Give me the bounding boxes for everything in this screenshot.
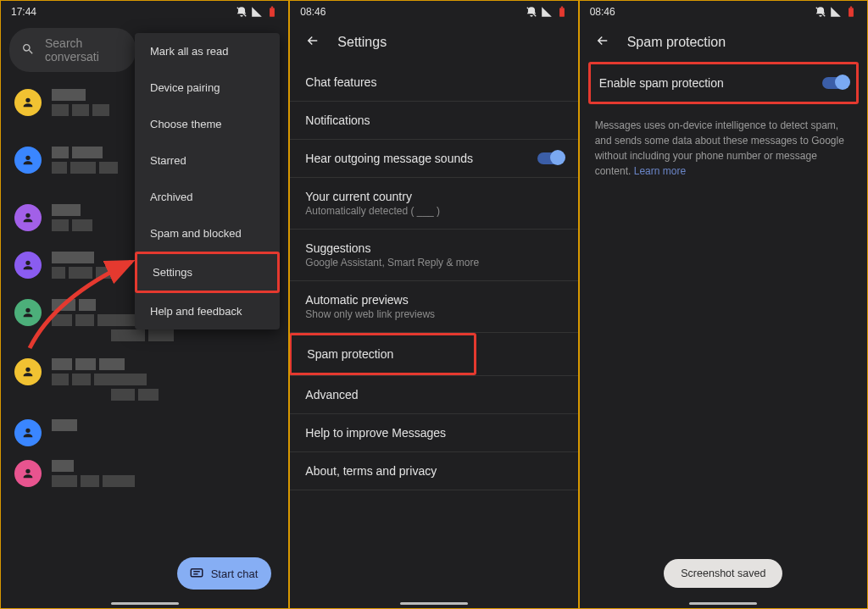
battery-icon	[266, 6, 278, 18]
start-chat-fab[interactable]: Start chat	[177, 557, 272, 590]
phone-panel-2: 08:46 Settings Chat features Notificatio…	[289, 0, 578, 609]
conversation-item[interactable]	[6, 412, 288, 453]
svg-rect-2	[271, 7, 273, 8]
spam-header: Spam protection	[580, 21, 867, 64]
back-icon[interactable]	[595, 33, 610, 52]
menu-settings[interactable]: Settings	[135, 252, 280, 293]
conversation-item[interactable]	[6, 352, 288, 407]
setting-suggestions[interactable]: SuggestionsGoogle Assistant, Smart Reply…	[290, 230, 577, 281]
avatar	[14, 252, 42, 279]
status-bar: 08:46	[580, 1, 867, 21]
svg-rect-1	[270, 8, 275, 16]
signal-icon	[251, 6, 263, 18]
home-indicator	[111, 602, 179, 605]
clock: 08:46	[300, 6, 326, 18]
avatar	[14, 460, 42, 487]
menu-spam-blocked[interactable]: Spam and blocked	[135, 215, 280, 252]
phone-panel-1: 17:44 Search conversati Mark all as read…	[0, 0, 289, 609]
setting-advanced[interactable]: Advanced	[290, 375, 577, 414]
svg-rect-5	[559, 8, 565, 16]
back-icon[interactable]	[305, 33, 320, 52]
svg-rect-9	[850, 7, 852, 8]
menu-help-feedback[interactable]: Help and feedback	[135, 293, 280, 329]
spam-title: Spam protection	[627, 35, 726, 50]
snackbar[interactable]: Screenshot saved	[664, 559, 782, 588]
dnd-icon	[526, 6, 537, 18]
fab-label: Start chat	[211, 567, 259, 580]
menu-starred[interactable]: Starred	[135, 142, 280, 179]
toggle-enable-spam[interactable]	[822, 77, 848, 89]
settings-header: Settings	[290, 21, 577, 64]
svg-rect-8	[849, 8, 854, 16]
dnd-icon	[815, 6, 826, 18]
menu-archived[interactable]: Archived	[135, 179, 280, 215]
menu-choose-theme[interactable]: Choose theme	[135, 106, 280, 142]
clock: 17:44	[11, 6, 36, 18]
svg-rect-6	[560, 7, 562, 8]
overflow-menu: Mark all as read Device pairing Choose t…	[135, 33, 280, 329]
conversation-item[interactable]	[6, 453, 288, 494]
setting-chat-features[interactable]: Chat features	[290, 64, 577, 102]
setting-notifications[interactable]: Notifications	[290, 102, 577, 140]
avatar	[14, 419, 42, 446]
toggle-outgoing-sounds[interactable]	[537, 152, 563, 164]
signal-icon	[541, 6, 553, 18]
chat-icon	[189, 566, 204, 581]
signal-icon	[830, 6, 842, 18]
dnd-icon	[236, 6, 248, 18]
status-bar: 08:46	[290, 1, 577, 21]
setting-spam-protection[interactable]: Spam protection	[292, 335, 474, 373]
battery-icon	[556, 6, 568, 18]
avatar	[14, 89, 42, 116]
spam-description: Messages uses on-device intelligence to …	[580, 114, 867, 179]
avatar	[14, 147, 42, 174]
clock: 08:46	[590, 6, 615, 18]
battery-icon	[845, 6, 857, 18]
setting-about[interactable]: About, terms and privacy	[290, 452, 577, 490]
enable-spam-row[interactable]: Enable spam protection	[591, 64, 856, 102]
home-indicator	[689, 602, 757, 605]
menu-mark-read[interactable]: Mark all as read	[135, 33, 280, 69]
menu-device-pairing[interactable]: Device pairing	[135, 69, 280, 106]
search-input[interactable]: Search conversati	[9, 28, 136, 72]
setting-automatic-previews[interactable]: Automatic previewsShow only web link pre…	[290, 281, 577, 333]
avatar	[14, 204, 42, 231]
setting-help-improve[interactable]: Help to improve Messages	[290, 414, 577, 452]
home-indicator	[400, 602, 468, 605]
phone-panel-3: 08:46 Spam protection Enable spam protec…	[579, 0, 868, 609]
avatar	[14, 358, 42, 385]
avatar	[14, 299, 42, 326]
setting-country[interactable]: Your current countryAutomatically detect…	[290, 178, 577, 230]
search-icon	[21, 42, 35, 58]
status-bar: 17:44	[1, 1, 288, 21]
search-placeholder: Search conversati	[45, 36, 124, 64]
svg-rect-3	[191, 569, 203, 577]
setting-outgoing-sounds[interactable]: Hear outgoing message sounds	[290, 140, 577, 178]
enable-spam-label: Enable spam protection	[599, 76, 724, 90]
learn-more-link[interactable]: Learn more	[634, 165, 686, 177]
settings-title: Settings	[337, 35, 387, 50]
